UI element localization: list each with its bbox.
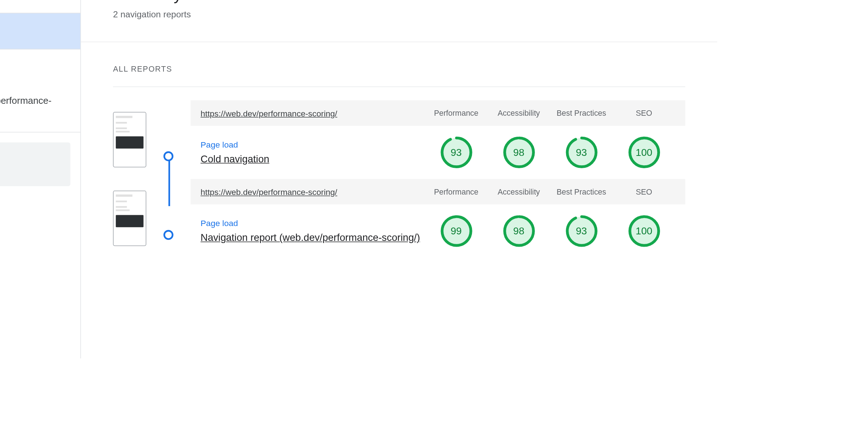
- url-header-row: https://web.dev/performance-scoring/ Per…: [191, 100, 685, 126]
- timeline-dot-icon: [163, 151, 174, 161]
- page-subtitle: 2 navigation reports: [113, 9, 685, 20]
- divider: [113, 86, 685, 87]
- screenshot-thumb[interactable]: [113, 112, 146, 167]
- score-gauge[interactable]: 98: [502, 214, 535, 248]
- col-seo: SEO: [613, 187, 675, 197]
- score-gauge[interactable]: 93: [565, 214, 598, 248]
- all-reports: ALL REPORTS https://w: [81, 42, 718, 280]
- score-gauge[interactable]: 93: [565, 136, 598, 169]
- sidebar-footer: Emulated Moto G4 4x slowdown: [0, 142, 71, 186]
- all-reports-label: ALL REPORTS: [113, 64, 685, 73]
- sidebar-summary[interactable]: Summary: [0, 13, 80, 50]
- col-best-practices: Best Practices: [550, 108, 613, 118]
- report-url[interactable]: https://web.dev/performance-scoring/: [201, 187, 425, 197]
- url-header-row: https://web.dev/performance-scoring/ Per…: [191, 179, 685, 205]
- col-seo: SEO: [613, 108, 675, 118]
- scores: 93 98 93 100: [425, 136, 675, 169]
- score-gauge[interactable]: 100: [627, 214, 661, 248]
- col-accessibility: Accessibility: [488, 187, 550, 197]
- score-gauge[interactable]: 98: [502, 136, 535, 169]
- main: Summary 2 navigation reports ALL REPORTS: [81, 0, 718, 358]
- score-gauge[interactable]: 100: [627, 136, 661, 169]
- screenshot-thumb[interactable]: [113, 191, 146, 246]
- report-kind: Page load: [201, 218, 425, 228]
- reports-list: https://web.dev/performance-scoring/ Per…: [113, 100, 685, 258]
- report-row: https://web.dev/performance-scoring/ Per…: [113, 100, 685, 179]
- scores: 99 98 93 100: [425, 214, 675, 248]
- col-accessibility: Accessibility: [488, 108, 550, 118]
- report-row: https://web.dev/performance-scoring/ Per…: [113, 179, 685, 258]
- score-gauge[interactable]: 93: [439, 136, 473, 169]
- report-name[interactable]: Navigation report (web.dev/performance-s…: [201, 232, 425, 244]
- sidebar-header: Cold and warm navigations Nov 3, 2021, 7…: [0, 0, 80, 13]
- score-gauge[interactable]: 99: [439, 214, 473, 248]
- report-data-row: Page load Cold navigation 93 98 93 100: [191, 126, 685, 179]
- sidebar-item-nav[interactable]: Navigation report (web.dev/performance-s…: [0, 84, 80, 132]
- flow-date: Nov 3, 2021, 7:00 AM CDT: [0, 0, 68, 1]
- report-name[interactable]: Cold navigation: [201, 154, 425, 165]
- summary-section: Summary 2 navigation reports: [81, 0, 718, 42]
- report-kind: Page load: [201, 140, 425, 149]
- page-heading: Summary: [113, 0, 685, 4]
- sidebar: Cold and warm navigations Nov 3, 2021, 7…: [0, 0, 81, 358]
- col-best-practices: Best Practices: [550, 187, 613, 197]
- sidebar-item-cold[interactable]: Cold navigation: [0, 49, 80, 83]
- sidebar-flow: Cold navigation Navigation report (web.d…: [0, 49, 80, 132]
- sidebar-item-label: Navigation report (web.dev/performance-s…: [0, 93, 68, 122]
- col-performance: Performance: [425, 108, 488, 118]
- timeline-dot-icon: [163, 230, 174, 240]
- report-data-row: Page load Navigation report (web.dev/per…: [191, 205, 685, 258]
- col-performance: Performance: [425, 187, 488, 197]
- report-url[interactable]: https://web.dev/performance-scoring/: [201, 109, 425, 118]
